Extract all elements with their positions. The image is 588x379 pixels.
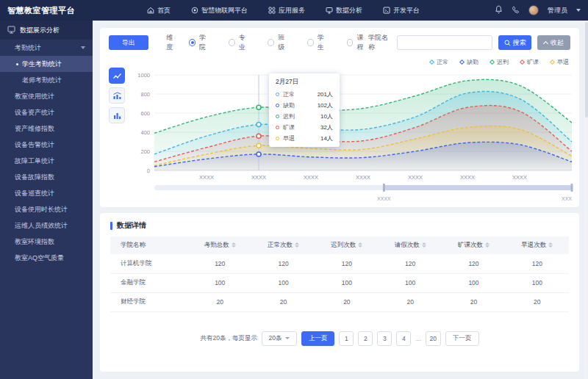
svg-text:XXXX: XXXX: [460, 174, 475, 181]
diamond-icon: [459, 59, 465, 64]
sidebar-item-classroom-env-index[interactable]: 教室环境指数: [0, 234, 93, 250]
sidebar-item-classroom-usage[interactable]: 教室使用统计: [0, 88, 93, 104]
collapse-button[interactable]: 收起: [537, 35, 570, 50]
college-name-input[interactable]: [397, 35, 492, 50]
sort-icon[interactable]: [422, 242, 426, 248]
radio-student[interactable]: 学生: [307, 33, 329, 52]
page-size-select[interactable]: 20条: [262, 331, 297, 346]
export-button[interactable]: 导出: [109, 35, 148, 50]
svg-text:XXXX: XXXX: [304, 174, 318, 181]
table-header-row: 学院名称 考勤总数 正常次数 迟到次数 请假次数 旷课次数 早退次数: [110, 237, 569, 254]
col-normal[interactable]: 正常次数: [251, 237, 315, 254]
col-total[interactable]: 考勤总数: [188, 237, 251, 254]
next-page-button[interactable]: 下一页: [445, 331, 479, 346]
table-row[interactable]: 计算机学院120120120120120120: [110, 254, 569, 273]
sidebar-item-device-usage-duration[interactable]: 设备使用时长统计: [0, 201, 93, 217]
username[interactable]: 管理员: [548, 6, 567, 15]
prev-page-button[interactable]: 上一页: [301, 331, 335, 346]
series-dot-icon: [276, 137, 279, 140]
bar-chart-icon: [112, 111, 122, 120]
tooltip-row: 缺勤102人: [276, 101, 333, 109]
tooltip-date: 2月27日: [276, 78, 333, 87]
sidebar-item-attendance[interactable]: 考勤统计: [0, 40, 93, 56]
chart-block: 正常 缺勤 迟到 旷课 早退 02004006008001000XXXXXXXX…: [109, 56, 570, 210]
page-button-20[interactable]: 20: [426, 331, 441, 346]
col-leave[interactable]: 请假次数: [379, 237, 442, 254]
svg-text:XXX: XXX: [562, 196, 572, 201]
col-college-name: 学院名称: [110, 237, 188, 254]
chart-legend: 正常 缺勤 迟到 旷课 早退: [125, 56, 581, 68]
active-dot: [16, 63, 18, 65]
page-button-4[interactable]: 4: [396, 331, 411, 346]
sidebar-item-asset-repair-index[interactable]: 资产维修指数: [0, 120, 93, 137]
col-truancy[interactable]: 旷课次数: [442, 237, 505, 254]
legend-early-leave[interactable]: 早退: [551, 58, 569, 66]
radio-class[interactable]: 班级: [268, 33, 290, 52]
search-button[interactable]: 搜索: [498, 35, 531, 50]
legend-truancy[interactable]: 旷课: [520, 58, 539, 66]
sidebar-item-device-alarms[interactable]: 设备告警统计: [0, 137, 93, 153]
diamond-icon: [429, 59, 434, 64]
mixed-chart-toggle[interactable]: [109, 87, 125, 104]
svg-text:XXXX: XXXX: [251, 174, 266, 181]
radio-icon: [307, 39, 314, 46]
filter-search-area: 学院名称 搜索 收起: [368, 33, 570, 52]
col-late[interactable]: 迟到次数: [315, 237, 379, 254]
nav-iot-platform[interactable]: 智慧物联网平台: [191, 6, 248, 15]
radio-icon: [189, 39, 196, 46]
svg-text:XXXX: XXXX: [408, 174, 423, 181]
sidebar-item-device-assets[interactable]: 设备资产统计: [0, 104, 93, 120]
svg-text:1000: 1000: [137, 72, 150, 79]
page-button-1[interactable]: 1: [339, 331, 354, 346]
sidebar-item-teacher-attendance[interactable]: 老师考勤统计: [0, 72, 93, 88]
line-chart-toggle[interactable]: [109, 68, 125, 84]
sort-icon[interactable]: [485, 242, 490, 248]
table-row[interactable]: 金融学院100100100100100100: [110, 273, 569, 292]
sidebar-item-classroom-air-quality[interactable]: 教室AQ空气质量: [0, 250, 93, 266]
chevron-down-icon[interactable]: [576, 9, 581, 12]
sidebar-item-device-inspection[interactable]: 设备巡查统计: [0, 185, 93, 201]
chart-canvas[interactable]: 02004006008001000XXXXXXXXXXXXXXXXXXXXXXX…: [125, 68, 581, 210]
col-early-leave[interactable]: 早退次数: [506, 237, 569, 254]
page-scrollbar[interactable]: [584, 21, 588, 379]
sort-icon[interactable]: [548, 242, 553, 248]
topbar-right: 管理员: [495, 4, 581, 17]
sidebar-item-ops-performance[interactable]: 运维人员绩效统计: [0, 217, 93, 234]
svg-text:XXXX: XXXX: [377, 196, 391, 201]
nav-app-services[interactable]: 应用服务: [268, 6, 305, 15]
page-button-3[interactable]: 3: [377, 331, 392, 346]
title-accent-bar: [110, 222, 112, 230]
page-button-2[interactable]: 2: [358, 331, 373, 346]
filter-bar: 导出 维度 学院 专业 班级 学生 课程 学院名称 搜索: [109, 34, 570, 51]
chart-type-toolbar: [109, 56, 125, 210]
line-chart-icon: [112, 71, 122, 81]
monitor-icon: [326, 7, 333, 14]
nav-data-analysis[interactable]: 数据分析: [326, 6, 362, 15]
bar-chart-toggle[interactable]: [109, 107, 125, 123]
diamond-icon: [520, 59, 525, 64]
legend-normal[interactable]: 正常: [430, 58, 448, 66]
scrollbar-thumb[interactable]: [585, 22, 588, 118]
bell-icon[interactable]: [495, 4, 503, 17]
sidebar-item-device-fault-index[interactable]: 设备故障指数: [0, 169, 93, 185]
sidebar-item-fault-orders[interactable]: 故障工单统计: [0, 153, 93, 169]
sort-icon[interactable]: [295, 242, 299, 248]
nav-home[interactable]: 首页: [147, 6, 171, 15]
phone-icon[interactable]: [512, 4, 520, 17]
series-dot-icon: [276, 126, 279, 129]
radio-college[interactable]: 学院: [189, 33, 211, 52]
user-avatar[interactable]: [528, 5, 539, 15]
legend-late[interactable]: 迟到: [490, 58, 509, 66]
nav-dev-platform[interactable]: 开发平台: [383, 6, 420, 15]
radio-course[interactable]: 课程: [347, 33, 369, 52]
legend-absent[interactable]: 缺勤: [460, 58, 478, 66]
main-content: 导出 维度 学院 专业 班级 学生 课程 学院名称 搜索: [93, 21, 588, 379]
attendance-chart: 正常 缺勤 迟到 旷课 早退 02004006008001000XXXXXXXX…: [125, 56, 581, 210]
sidebar-item-student-attendance[interactable]: 学生考勤统计: [0, 56, 93, 72]
radio-major[interactable]: 专业: [229, 33, 251, 52]
sort-icon[interactable]: [232, 242, 236, 248]
sort-icon[interactable]: [358, 242, 362, 248]
table-row[interactable]: 财经学院202020202020: [110, 292, 569, 311]
pagination: 共有20条，每页显示 20条 上一页 1 2 3 4 ... 20 下一页: [110, 331, 569, 346]
chevron-down-icon: [81, 46, 85, 49]
